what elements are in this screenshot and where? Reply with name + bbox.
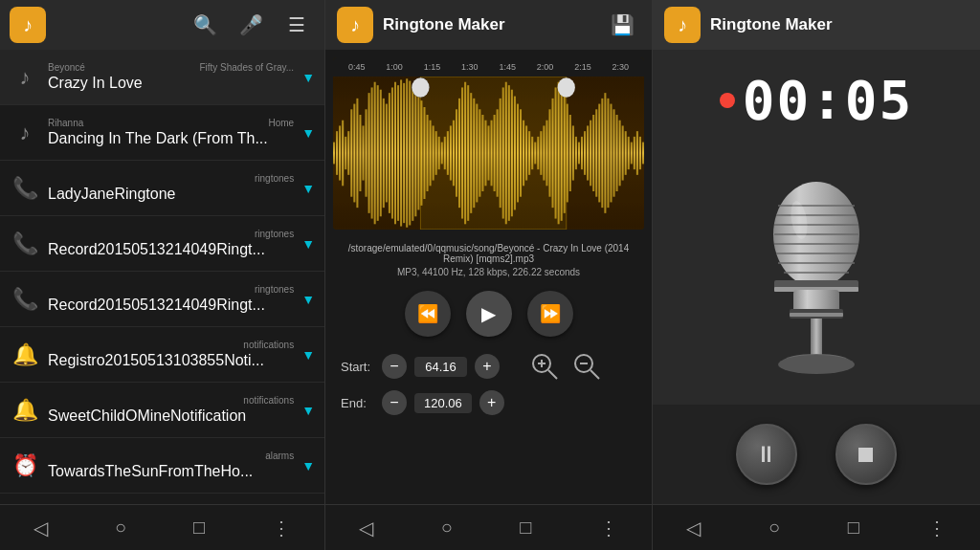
recording-indicator — [720, 93, 735, 108]
stop-button[interactable]: ⏹ — [835, 424, 897, 485]
svg-rect-1 — [336, 131, 338, 175]
microphone-icon — [740, 177, 893, 387]
song-folder: notifications — [243, 340, 294, 350]
svg-rect-105 — [639, 137, 641, 169]
recent-button-3[interactable]: □ — [833, 509, 875, 546]
svg-rect-8 — [356, 99, 358, 208]
back-button-3[interactable]: ◁ — [671, 509, 716, 547]
svg-rect-104 — [636, 131, 638, 175]
song-icon: ♪ — [10, 62, 40, 93]
svg-rect-27 — [412, 85, 413, 221]
song-item[interactable]: 🔔 notifications Registro20150513103855No… — [0, 327, 324, 383]
song-folder: ringtones — [255, 229, 294, 239]
song-icon: 📞 — [10, 284, 40, 315]
zoom-in-button[interactable] — [526, 348, 563, 385]
svg-rect-85 — [581, 137, 583, 169]
svg-rect-98 — [619, 121, 621, 187]
song-artist: Rihanna — [48, 118, 83, 128]
start-plus-button[interactable]: + — [475, 354, 500, 379]
song-item[interactable]: ⏰ alarms WeWillRockYou ▼ — [0, 494, 324, 504]
start-row: Start: − 64.16 + — [341, 348, 636, 385]
recent-button-2[interactable]: □ — [504, 509, 546, 546]
panel3-header: ♪ Ringtone Maker — [653, 0, 980, 50]
song-item[interactable]: ⏰ alarms TowardsTheSunFromTheHo... ▼ — [0, 438, 324, 494]
rewind-button[interactable]: ⏪ — [405, 291, 451, 337]
song-icon: 🔔 — [10, 340, 40, 370]
recording-area: 00:05 — [653, 50, 980, 405]
song-icon: ⏰ — [10, 451, 40, 481]
svg-point-109 — [412, 77, 429, 98]
song-arrow: ▼ — [301, 292, 315, 307]
start-label: Start: — [341, 360, 374, 374]
svg-rect-83 — [575, 137, 577, 169]
song-title: Record20150513214049Ringt... — [48, 297, 294, 314]
forward-button[interactable]: ⏩ — [527, 291, 573, 337]
svg-point-110 — [558, 77, 575, 98]
more-button-2[interactable]: ⋮ — [584, 509, 634, 547]
song-title: SweetChildOMineNotification — [48, 407, 294, 425]
song-arrow: ▼ — [301, 125, 315, 141]
song-item[interactable]: ♪ Beyoncé Fifty Shades of Gray... Crazy … — [0, 50, 324, 105]
more-button[interactable]: ⋮ — [256, 509, 306, 547]
home-button-3[interactable]: ○ — [753, 509, 795, 546]
recent-button[interactable]: □ — [178, 509, 220, 546]
song-item[interactable]: 📞 ringtones LadyJaneRingtone ▼ — [0, 161, 324, 216]
song-arrow: ▼ — [301, 403, 315, 418]
song-folder: ringtones — [255, 173, 294, 184]
mic-button[interactable]: 🎤 — [233, 7, 269, 43]
playback-controls: ⏪ ▶ ⏩ — [325, 283, 652, 344]
zoom-out-button[interactable] — [568, 348, 605, 385]
start-minus-button[interactable]: − — [382, 354, 407, 379]
waveform-container[interactable]: 0:45 1:00 1:15 1:30 1:45 2:00 2:15 2:30 — [333, 57, 644, 230]
svg-rect-17 — [383, 99, 385, 208]
back-button-2[interactable]: ◁ — [344, 509, 389, 547]
end-plus-button[interactable]: + — [479, 390, 504, 415]
svg-rect-103 — [634, 137, 635, 169]
panel2-nav: ◁ ○ □ ⋮ — [325, 504, 652, 550]
back-button[interactable]: ◁ — [18, 509, 63, 547]
svg-rect-131 — [790, 313, 843, 317]
song-item[interactable]: 📞 ringtones Record20150513214049Ringt...… — [0, 216, 324, 272]
panel2-header: ♪ Ringtone Maker 💾 — [325, 0, 652, 50]
app-icon: ♪ — [10, 7, 46, 43]
panel1-header: ♪ 🔍 🎤 ☰ — [0, 0, 324, 50]
song-icon: 📞 — [10, 229, 40, 259]
song-arrow: ▼ — [301, 347, 315, 363]
svg-rect-5 — [347, 131, 349, 175]
waveform-svg — [333, 77, 644, 230]
waveform-area[interactable] — [333, 77, 644, 230]
end-minus-button[interactable]: − — [382, 390, 407, 415]
end-value[interactable]: 120.06 — [414, 393, 472, 413]
svg-rect-15 — [377, 85, 379, 221]
more-button-3[interactable]: ⋮ — [912, 509, 962, 547]
svg-line-112 — [548, 370, 557, 379]
svg-rect-13 — [371, 87, 373, 218]
song-title: Dancing In The Dark (From Th... — [48, 130, 294, 147]
svg-rect-81 — [569, 115, 571, 191]
save-button[interactable]: 💾 — [604, 7, 640, 43]
song-item[interactable]: ♪ Rihanna Home Dancing In The Dark (From… — [0, 105, 324, 161]
app-icon-3: ♪ — [664, 7, 701, 43]
start-value[interactable]: 64.16 — [414, 357, 467, 377]
home-button[interactable]: ○ — [100, 509, 142, 546]
zoom-in-icon — [528, 350, 561, 383]
song-item[interactable]: 🔔 notifications SweetChildOMineNotificat… — [0, 383, 324, 438]
search-button[interactable]: 🔍 — [187, 7, 223, 43]
pause-button[interactable]: ⏸ — [736, 424, 797, 485]
svg-rect-92 — [601, 99, 603, 208]
play-button[interactable]: ▶ — [466, 291, 512, 337]
svg-rect-94 — [607, 99, 609, 208]
svg-rect-21 — [394, 82, 396, 225]
panel2-title: Ringtone Maker — [383, 15, 594, 34]
song-item[interactable]: 📞 ringtones Record20150513214049Ringt...… — [0, 272, 324, 327]
svg-rect-11 — [366, 109, 368, 196]
svg-rect-87 — [587, 125, 589, 180]
svg-rect-89 — [592, 115, 594, 191]
zoom-controls — [526, 348, 605, 385]
menu-button[interactable]: ☰ — [278, 7, 315, 43]
svg-rect-99 — [622, 125, 624, 180]
svg-rect-107 — [420, 77, 566, 230]
file-path: /storage/emulated/0/qqmusic/song/Beyoncé… — [337, 243, 640, 264]
home-button-2[interactable]: ○ — [426, 509, 468, 546]
song-folder: Fifty Shades of Gray... — [199, 62, 294, 73]
